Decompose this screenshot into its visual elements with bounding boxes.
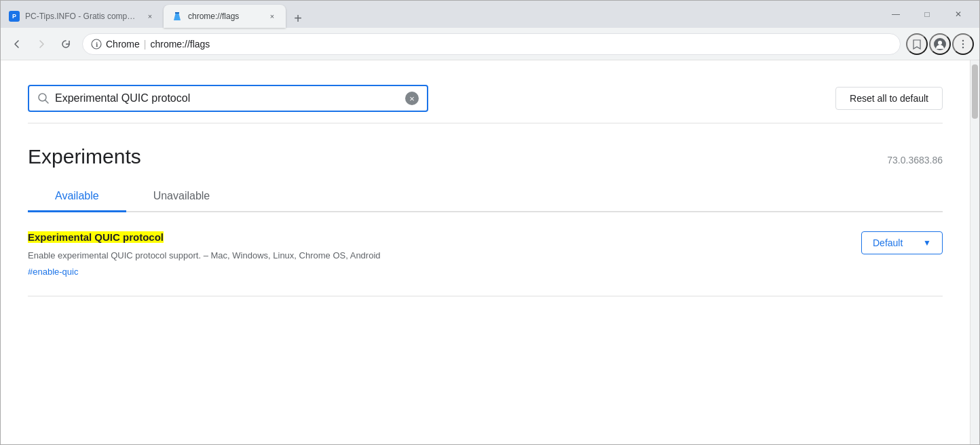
window-controls: — □ ✕ — [875, 5, 979, 24]
bookmark-button[interactable] — [906, 33, 928, 55]
flag-select-button[interactable]: Default ▼ — [861, 231, 943, 254]
close-button[interactable]: ✕ — [943, 5, 974, 24]
tab-title-flags: chrome://flags — [188, 12, 261, 21]
page-title: Experiments — [28, 145, 141, 168]
reload-button[interactable] — [55, 33, 77, 55]
main-area: × Reset all to default Experiments 73.0.… — [1, 60, 970, 444]
scrollbar[interactable] — [970, 60, 979, 444]
address-text: chrome://flags — [150, 39, 892, 50]
tab-available[interactable]: Available — [28, 182, 126, 212]
svg-point-7 — [962, 43, 964, 44]
tab-title-pctips: PC-Tips.INFO - Gratis computer t — [25, 12, 139, 21]
flag-select-value: Default — [873, 237, 903, 248]
titlebar: P PC-Tips.INFO - Gratis computer t × chr… — [1, 1, 979, 28]
tab-pc-tips[interactable]: P PC-Tips.INFO - Gratis computer t × — [1, 5, 164, 28]
search-box: × — [28, 85, 428, 112]
flag-description: Enable experimental QUIC protocol suppor… — [28, 249, 834, 263]
flag-control: Default ▼ — [861, 231, 943, 254]
tab-favicon-flags — [172, 11, 183, 22]
flag-id-link[interactable]: #enable-quic — [28, 267, 834, 277]
svg-point-8 — [962, 46, 964, 47]
svg-point-6 — [962, 39, 964, 41]
svg-rect-1 — [175, 12, 179, 14]
reset-all-button[interactable]: Reset all to default — [835, 87, 943, 110]
search-clear-button[interactable]: × — [405, 92, 419, 105]
tab-unavailable[interactable]: Unavailable — [126, 182, 238, 212]
search-area: × Reset all to default — [28, 74, 943, 123]
svg-text:ℹ: ℹ — [96, 41, 98, 48]
forward-button[interactable] — [31, 33, 52, 55]
site-security-icon: ℹ — [91, 39, 102, 50]
select-arrow-icon: ▼ — [923, 238, 931, 248]
svg-point-5 — [938, 41, 942, 45]
menu-button[interactable] — [952, 33, 974, 55]
tab-close-flags[interactable]: × — [267, 11, 278, 22]
tabs-area: P PC-Tips.INFO - Gratis computer t × chr… — [1, 1, 875, 28]
tab-flags[interactable]: chrome://flags × — [164, 5, 286, 28]
site-name: Chrome — [106, 39, 140, 50]
search-input[interactable] — [55, 92, 400, 104]
nav-right-controls — [906, 33, 974, 55]
navbar: ℹ Chrome | chrome://flags — [1, 28, 979, 60]
tab-close-pctips[interactable]: × — [145, 11, 155, 22]
version-label: 73.0.3683.86 — [887, 155, 943, 166]
browser-window: P PC-Tips.INFO - Gratis computer t × chr… — [0, 0, 980, 445]
maximize-button[interactable]: □ — [911, 5, 943, 24]
address-bar[interactable]: ℹ Chrome | chrome://flags — [82, 33, 901, 55]
page-header: Experiments 73.0.3683.86 — [28, 123, 943, 182]
address-separator: | — [144, 39, 147, 50]
flag-name: Experimental QUIC protocol — [28, 231, 164, 243]
account-button[interactable] — [929, 33, 951, 55]
tab-favicon-pctips: P — [9, 11, 20, 22]
content-tabs: Available Unavailable — [28, 182, 943, 212]
new-tab-button[interactable]: + — [288, 9, 307, 28]
minimize-button[interactable]: — — [880, 5, 911, 24]
flag-item: Experimental QUIC protocol Enable experi… — [28, 212, 943, 296]
flag-info: Experimental QUIC protocol Enable experi… — [28, 231, 834, 277]
scrollbar-track[interactable] — [970, 64, 979, 440]
main-content: × Reset all to default Experiments 73.0.… — [1, 60, 979, 444]
search-icon — [37, 92, 50, 104]
back-button[interactable] — [6, 33, 28, 55]
scrollbar-thumb[interactable] — [972, 64, 978, 119]
